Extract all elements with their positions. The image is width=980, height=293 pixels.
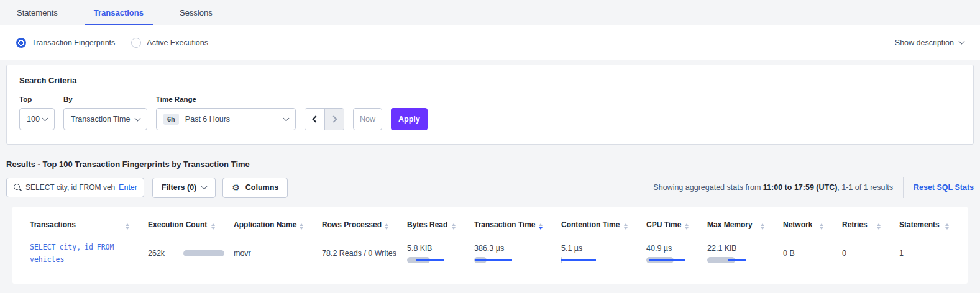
table-row: SELECT city, id FROM vehicles 262k movr …	[12, 241, 968, 276]
execution-count-bar	[183, 250, 224, 256]
column-header-retries[interactable]: Retries	[842, 220, 899, 232]
stats-time-range: 11:00 to 17:59 (UTC)	[763, 183, 837, 192]
now-button[interactable]: Now	[353, 108, 382, 130]
radio-transaction-fingerprints[interactable]: Transaction Fingerprints	[16, 38, 115, 48]
columns-button[interactable]: ⚙ Columns	[222, 178, 288, 198]
transaction-time-cell: 386.3 µs	[474, 244, 561, 263]
column-header-rows-processed[interactable]: Rows Processed	[322, 220, 407, 232]
chevron-down-icon	[959, 38, 965, 45]
column-header-label: Execution Count	[148, 220, 207, 232]
search-input[interactable]	[25, 183, 115, 192]
max-memory-value: 22.1 KiB	[707, 244, 783, 253]
transaction-fingerprint-link[interactable]: SELECT city, id FROM vehicles	[30, 241, 124, 266]
top-select[interactable]: 100	[19, 108, 55, 130]
top-select-value: 100	[27, 115, 40, 124]
sort-icon[interactable]	[818, 222, 825, 231]
sort-icon[interactable]	[210, 222, 216, 231]
column-header-network[interactable]: Network	[783, 220, 842, 232]
network-cell: 0 B	[783, 249, 842, 258]
column-header-contention-time[interactable]: Contention Time	[561, 220, 646, 232]
sort-icon[interactable]	[759, 222, 766, 231]
top-label: Top	[19, 96, 55, 103]
column-header-transaction-time[interactable]: Transaction Time	[474, 220, 561, 232]
results-table: Transactions Execution Count Application…	[12, 207, 968, 284]
tab-sessions[interactable]: Sessions	[170, 0, 222, 25]
radio-active-executions[interactable]: Active Executions	[131, 38, 208, 48]
search-icon	[13, 183, 22, 192]
column-header-cpu-time[interactable]: CPU Time	[646, 220, 707, 232]
show-description-toggle[interactable]: Show description	[895, 38, 964, 47]
time-prev-button[interactable]	[305, 109, 324, 130]
column-header-application-name[interactable]: Application Name	[234, 220, 322, 232]
transaction-time-bar	[474, 257, 514, 263]
apply-button[interactable]: Apply	[391, 108, 428, 130]
time-range-label: Time Range	[156, 96, 296, 103]
sort-icon[interactable]	[623, 222, 629, 231]
sort-icon[interactable]	[298, 222, 305, 231]
column-header-label: Statements	[899, 220, 940, 232]
statements-cell: 1	[899, 249, 968, 258]
column-header-bytes-read[interactable]: Bytes Read	[407, 220, 474, 232]
cpu-time-cell: 40.9 µs	[646, 244, 707, 263]
column-header-label: Contention Time	[561, 220, 620, 232]
chevron-down-icon	[283, 115, 290, 121]
by-control: By Transaction Time	[63, 96, 147, 130]
max-memory-bar	[707, 257, 747, 263]
column-header-label: Transactions	[30, 220, 76, 232]
contention-time-value: 5.1 µs	[561, 244, 646, 253]
column-header-label: Network	[783, 220, 812, 232]
results-section: Results - Top 100 Transaction Fingerprin…	[0, 160, 980, 284]
tab-transactions[interactable]: Transactions	[85, 0, 153, 25]
sort-icon[interactable]	[383, 222, 390, 231]
search-criteria-panel: Search Criteria Top 100 By Transaction T…	[6, 65, 974, 145]
bytes-read-value: 5.8 KiB	[407, 244, 474, 253]
results-heading: Results - Top 100 Transaction Fingerprin…	[6, 160, 974, 169]
column-header-label: Application Name	[234, 220, 296, 232]
top-control: Top 100	[19, 96, 55, 130]
chevron-down-icon	[42, 115, 48, 121]
column-header-label: Retries	[842, 220, 868, 232]
show-description-label: Show description	[895, 38, 954, 47]
chevron-down-icon	[135, 115, 141, 121]
execution-count-value: 262k	[148, 249, 165, 258]
sort-icon[interactable]	[451, 222, 457, 231]
stats-prefix: Showing aggregated stats from	[653, 183, 763, 192]
column-header-label: Bytes Read	[407, 220, 447, 232]
radio-label: Transaction Fingerprints	[32, 38, 115, 47]
time-range-control: Time Range 6h Past 6 Hours	[156, 96, 296, 130]
time-next-button[interactable]	[324, 109, 344, 130]
tab-statements[interactable]: Statements	[7, 0, 67, 25]
column-header-max-memory[interactable]: Max Memory	[707, 220, 783, 232]
table-header-row: Transactions Execution Count Application…	[12, 214, 968, 232]
row-divider	[30, 276, 968, 276]
columns-label: Columns	[245, 183, 278, 192]
view-toggle-group: Transaction Fingerprints Active Executio…	[16, 38, 208, 48]
column-header-transactions[interactable]: Transactions	[30, 220, 148, 232]
search-enter-button[interactable]: Enter	[119, 183, 137, 192]
arrow-left-icon	[312, 115, 319, 122]
stats-suffix: , 1-1 of 1 results	[837, 183, 893, 192]
radio-unselected-icon	[131, 38, 141, 48]
gear-icon: ⚙	[232, 183, 240, 192]
column-header-statements[interactable]: Statements	[899, 220, 968, 232]
column-header-label: Transaction Time	[474, 220, 535, 232]
sort-icon[interactable]	[124, 222, 131, 231]
sort-icon[interactable]	[538, 222, 544, 231]
reset-sql-stats-link[interactable]: Reset SQL Stats	[914, 183, 974, 192]
column-header-label: CPU Time	[646, 220, 681, 232]
time-range-badge: 6h	[163, 114, 179, 125]
column-header-execution-count[interactable]: Execution Count	[148, 220, 234, 232]
results-controls-row: Enter Filters (0) ⚙ Columns Showing aggr…	[6, 177, 974, 198]
sort-icon[interactable]	[876, 222, 882, 231]
by-label: By	[63, 96, 147, 103]
page-tabbar: Statements Transactions Sessions	[0, 0, 980, 25]
filters-button[interactable]: Filters (0)	[152, 178, 216, 198]
time-range-select[interactable]: 6h Past 6 Hours	[156, 108, 296, 130]
sort-icon[interactable]	[684, 222, 690, 231]
search-criteria-title: Search Criteria	[19, 76, 961, 85]
contention-time-cell: 5.1 µs	[561, 244, 646, 263]
filters-label: Filters (0)	[162, 183, 196, 192]
time-range-value: Past 6 Hours	[185, 115, 230, 124]
by-select[interactable]: Transaction Time	[63, 108, 147, 130]
sort-icon[interactable]	[944, 222, 950, 231]
